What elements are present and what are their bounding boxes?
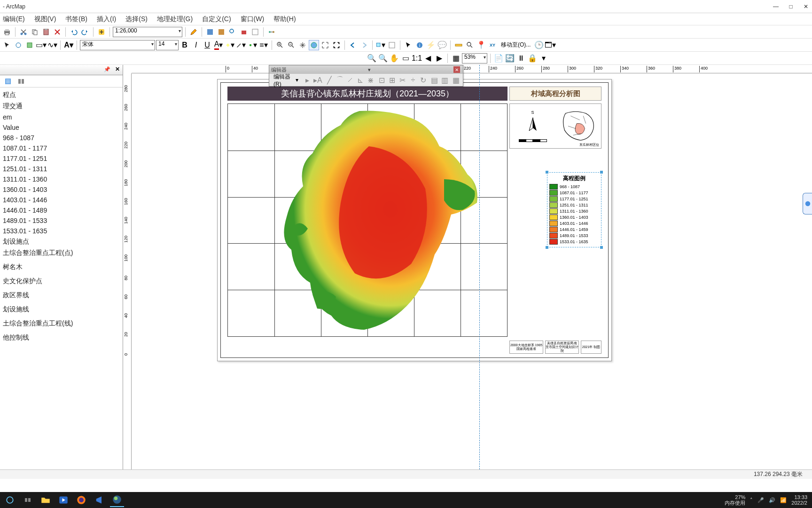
toc-item[interactable]: 他控制线 — [3, 332, 123, 343]
select-pointer-icon[interactable] — [403, 40, 414, 50]
fill-color-icon[interactable]: ▾ — [225, 40, 235, 50]
python-window-icon[interactable] — [250, 27, 260, 37]
select-features-icon[interactable]: ▾ — [375, 40, 386, 50]
font-size-combo[interactable]: 14 — [156, 40, 179, 50]
lock-icon[interactable]: 🔒 — [527, 53, 538, 64]
go-back-icon[interactable] — [348, 40, 358, 50]
create-viewer-icon[interactable]: 🗔▾ — [545, 40, 555, 50]
edit-annotation-icon[interactable]: ▸A — [313, 75, 323, 85]
go-forward-icon[interactable] — [359, 40, 369, 50]
layout-credits[interactable]: 2000大地坐标系 1985国家高程基准 美信县自然资源局 南京市国土空间规划设… — [509, 341, 601, 354]
start-button[interactable] — [3, 493, 17, 507]
layout-forward-icon[interactable]: ▶ — [434, 53, 445, 64]
menu-item[interactable]: 帮助(H) — [273, 15, 296, 24]
toc-item[interactable]: 土综合整治重点工程(点) — [3, 247, 123, 259]
zoom-to-selected-icon[interactable] — [24, 40, 35, 50]
editor-toolbar[interactable]: 编辑器 ▾ ✕ 编辑器(R) ▾ ▸ ▸A ╱ ⌒ ⟋ ⊾ ⋇ ⊡ ⊞ ✂ ÷ — [269, 65, 463, 87]
full-extent-icon[interactable] — [309, 40, 319, 50]
trace-icon[interactable]: ⟋ — [345, 75, 355, 85]
line-tool-icon[interactable]: ∿▾ — [47, 40, 57, 50]
print-icon[interactable] — [2, 27, 12, 37]
toc-item[interactable]: 土综合整治重点工程(线) — [3, 318, 123, 329]
font-color-icon[interactable]: A▾ — [213, 40, 224, 50]
toc-item[interactable]: Value — [3, 122, 123, 133]
sketch-properties-icon[interactable]: ▥ — [440, 75, 450, 85]
fixed-zoom-in-icon[interactable] — [320, 40, 330, 50]
pan-icon[interactable] — [297, 40, 308, 50]
font-family-combo[interactable]: 宋体 — [80, 40, 155, 50]
editor-menu-button[interactable]: 编辑器(R) ▾ — [271, 75, 301, 85]
copy-icon[interactable] — [30, 27, 40, 37]
map-legend[interactable]: 高程图例 968 - 10871087.01 - 11771177.01 - 1… — [547, 172, 601, 247]
menu-item[interactable]: 窗口(W) — [241, 15, 265, 24]
select-elements-icon[interactable] — [2, 40, 12, 50]
toc-item[interactable]: 划设施点 — [3, 236, 123, 247]
data-driven-pages-icon[interactable]: 📄 — [493, 53, 504, 64]
fixed-zoom-out-icon[interactable] — [331, 40, 342, 50]
map-title-bar[interactable]: 美信县背心镇东瓜林村庄规划（2021—2035） — [227, 87, 508, 101]
underline-button[interactable]: U — [202, 40, 212, 50]
menu-item[interactable]: 自定义(C) — [202, 15, 231, 24]
attributes-icon[interactable]: ▤ — [430, 75, 439, 85]
add-data-icon[interactable] — [96, 27, 107, 37]
toc-item[interactable]: em — [3, 112, 123, 122]
toc-item[interactable]: 1533.01 - 1635 — [3, 226, 123, 236]
paste-icon[interactable] — [41, 27, 51, 37]
data-frame[interactable] — [227, 103, 508, 337]
map-subtitle[interactable]: 村域高程分析图 — [509, 87, 601, 101]
layout-zoom-out-icon[interactable]: 🔍 — [378, 53, 388, 64]
arc-segment-icon[interactable]: ⌒ — [335, 75, 344, 85]
edit-vertices-icon[interactable]: ⊡ — [377, 75, 387, 85]
find-route-icon[interactable]: 📍 — [476, 40, 486, 50]
cut-polygon-icon[interactable]: ✂ — [398, 75, 407, 85]
zoom-in-icon[interactable] — [275, 40, 285, 50]
find-icon[interactable] — [465, 40, 475, 50]
identify-icon[interactable]: i — [414, 40, 425, 50]
delete-icon[interactable] — [52, 27, 62, 37]
bold-button[interactable]: B — [180, 40, 190, 50]
toc-item[interactable]: 1087.01 - 1177 — [3, 143, 123, 153]
table-of-contents-icon[interactable] — [205, 27, 215, 37]
toc-tree[interactable]: 程点理交通em Value 968 - 1087 1087.01 - 1177 … — [0, 87, 123, 469]
toc-item[interactable]: 史文化保护点 — [3, 276, 123, 287]
toc-item[interactable]: 理交通 — [3, 101, 123, 112]
model-builder-icon[interactable] — [266, 27, 277, 37]
tray-microphone-icon[interactable]: 🎤 — [757, 497, 764, 503]
vscode-icon[interactable] — [92, 493, 106, 507]
catalog-icon[interactable] — [216, 27, 226, 37]
layout-zoom-combo[interactable]: 53% — [462, 53, 487, 64]
html-popup-icon[interactable]: 💬 — [437, 40, 447, 50]
tray-volume-icon[interactable]: 🔊 — [769, 497, 775, 503]
pin-icon[interactable]: 📌 — [104, 66, 110, 72]
rotate-icon[interactable] — [13, 40, 23, 50]
split-icon[interactable]: ÷ — [408, 75, 418, 85]
straight-segment-icon[interactable]: ╱ — [325, 75, 334, 85]
menu-item[interactable]: 地理处理(G) — [157, 15, 193, 24]
media-player-icon[interactable] — [56, 493, 70, 507]
zoom-whole-page-icon[interactable]: ▭ — [400, 53, 411, 64]
close-panel-icon[interactable]: ✕ — [115, 66, 120, 72]
toolbar-options-icon[interactable]: ▾ — [539, 53, 549, 64]
midpoint-icon[interactable]: ⋇ — [366, 75, 375, 85]
goto-button[interactable]: 移动至(O)... — [499, 40, 533, 50]
line-width-icon[interactable]: ≡▾ — [258, 40, 269, 50]
rectangle-tool-icon[interactable]: ▭▾ — [36, 40, 46, 50]
menu-item[interactable]: 选择(S) — [125, 15, 148, 24]
editor-toolbar-button[interactable] — [188, 27, 199, 37]
marker-color-icon[interactable]: ▾ — [247, 40, 258, 50]
layout-back-icon[interactable]: ◀ — [423, 53, 433, 64]
north-arrow-inset[interactable]: S 东瓜林村区位 — [509, 103, 601, 149]
list-by-source-icon[interactable] — [16, 76, 26, 87]
right-angle-icon[interactable]: ⊾ — [356, 75, 365, 85]
edit-tool-icon[interactable]: ▸ — [303, 75, 312, 85]
toc-item[interactable]: 树名木 — [3, 262, 123, 273]
firefox-icon[interactable] — [74, 493, 88, 507]
menu-item[interactable]: 视图(V) — [34, 15, 56, 24]
cut-icon[interactable] — [18, 27, 29, 37]
layout-canvas[interactable]: 0408010012014016018020022024026028030032… — [123, 65, 812, 469]
rotate-tool-icon[interactable]: ↻ — [419, 75, 428, 85]
docked-panel-tab[interactable] — [803, 193, 812, 214]
list-by-drawing-order-icon[interactable] — [3, 76, 13, 87]
layout-pan-icon[interactable]: ✋ — [389, 53, 399, 64]
line-color-icon[interactable]: ▾ — [236, 40, 246, 50]
